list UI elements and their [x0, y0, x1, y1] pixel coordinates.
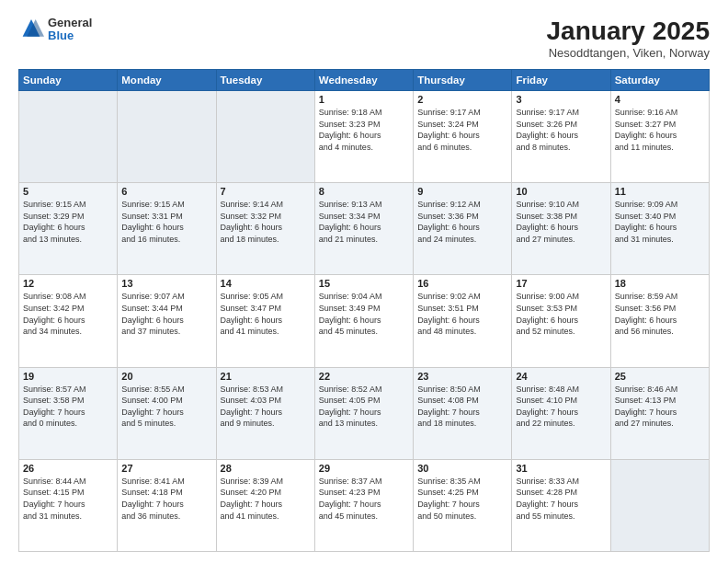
table-row: 30Sunrise: 8:35 AM Sunset: 4:25 PM Dayli… — [414, 459, 512, 551]
day-info: Sunrise: 8:55 AM Sunset: 4:00 PM Dayligh… — [121, 384, 211, 430]
logo-blue: Blue — [48, 29, 92, 42]
title-block: January 2025 Nesoddtangen, Viken, Norway — [547, 17, 710, 60]
logo: General Blue — [18, 17, 92, 43]
day-number: 21 — [221, 371, 311, 382]
table-row: 5Sunrise: 9:15 AM Sunset: 3:29 PM Daylig… — [19, 183, 118, 275]
header: General Blue January 2025 Nesoddtangen, … — [18, 17, 710, 60]
day-info: Sunrise: 9:15 AM Sunset: 3:31 PM Dayligh… — [121, 199, 211, 245]
table-row: 9Sunrise: 9:12 AM Sunset: 3:36 PM Daylig… — [414, 183, 512, 275]
day-info: Sunrise: 9:00 AM Sunset: 3:53 PM Dayligh… — [516, 291, 606, 337]
col-saturday: Saturday — [610, 70, 709, 91]
day-info: Sunrise: 8:59 AM Sunset: 3:56 PM Dayligh… — [615, 291, 705, 337]
table-row — [19, 91, 118, 183]
calendar-week-row: 12Sunrise: 9:08 AM Sunset: 3:42 PM Dayli… — [19, 275, 710, 367]
day-number: 25 — [615, 371, 705, 382]
day-number: 19 — [23, 371, 113, 382]
calendar-subtitle: Nesoddtangen, Viken, Norway — [547, 46, 710, 60]
day-info: Sunrise: 8:41 AM Sunset: 4:18 PM Dayligh… — [121, 476, 211, 522]
day-info: Sunrise: 9:17 AM Sunset: 3:24 PM Dayligh… — [417, 107, 507, 153]
day-info: Sunrise: 9:09 AM Sunset: 3:40 PM Dayligh… — [615, 199, 705, 245]
day-info: Sunrise: 8:35 AM Sunset: 4:25 PM Dayligh… — [417, 476, 507, 522]
calendar-table: Sunday Monday Tuesday Wednesday Thursday… — [18, 69, 710, 552]
col-tuesday: Tuesday — [216, 70, 314, 91]
day-number: 9 — [417, 186, 507, 197]
day-info: Sunrise: 9:16 AM Sunset: 3:27 PM Dayligh… — [615, 107, 705, 153]
day-number: 5 — [23, 186, 113, 197]
table-row: 20Sunrise: 8:55 AM Sunset: 4:00 PM Dayli… — [118, 367, 216, 459]
day-number: 12 — [23, 278, 113, 289]
table-row: 17Sunrise: 9:00 AM Sunset: 3:53 PM Dayli… — [512, 275, 610, 367]
day-number: 4 — [615, 94, 705, 105]
day-info: Sunrise: 8:39 AM Sunset: 4:20 PM Dayligh… — [221, 476, 311, 522]
day-info: Sunrise: 8:48 AM Sunset: 4:10 PM Dayligh… — [516, 384, 606, 430]
day-number: 31 — [516, 463, 606, 474]
logo-general: General — [48, 17, 92, 29]
table-row: 26Sunrise: 8:44 AM Sunset: 4:15 PM Dayli… — [19, 459, 118, 551]
day-info: Sunrise: 8:53 AM Sunset: 4:03 PM Dayligh… — [221, 384, 311, 430]
day-number: 23 — [417, 371, 507, 382]
day-number: 26 — [23, 463, 113, 474]
day-info: Sunrise: 9:02 AM Sunset: 3:51 PM Dayligh… — [417, 291, 507, 337]
table-row: 18Sunrise: 8:59 AM Sunset: 3:56 PM Dayli… — [610, 275, 709, 367]
day-info: Sunrise: 8:50 AM Sunset: 4:08 PM Dayligh… — [417, 384, 507, 430]
day-info: Sunrise: 8:57 AM Sunset: 3:58 PM Dayligh… — [23, 384, 113, 430]
day-info: Sunrise: 9:15 AM Sunset: 3:29 PM Dayligh… — [23, 199, 113, 245]
col-monday: Monday — [118, 70, 216, 91]
table-row: 7Sunrise: 9:14 AM Sunset: 3:32 PM Daylig… — [216, 183, 314, 275]
table-row: 8Sunrise: 9:13 AM Sunset: 3:34 PM Daylig… — [314, 183, 413, 275]
col-friday: Friday — [512, 70, 610, 91]
day-number: 16 — [417, 278, 507, 289]
table-row: 6Sunrise: 9:15 AM Sunset: 3:31 PM Daylig… — [118, 183, 216, 275]
day-info: Sunrise: 9:07 AM Sunset: 3:44 PM Dayligh… — [121, 291, 211, 337]
table-row: 4Sunrise: 9:16 AM Sunset: 3:27 PM Daylig… — [610, 91, 709, 183]
day-number: 13 — [121, 278, 211, 289]
day-number: 18 — [615, 278, 705, 289]
day-number: 20 — [121, 371, 211, 382]
day-number: 14 — [221, 278, 311, 289]
day-number: 3 — [516, 94, 606, 105]
table-row: 19Sunrise: 8:57 AM Sunset: 3:58 PM Dayli… — [19, 367, 118, 459]
table-row: 13Sunrise: 9:07 AM Sunset: 3:44 PM Dayli… — [118, 275, 216, 367]
day-info: Sunrise: 9:04 AM Sunset: 3:49 PM Dayligh… — [319, 291, 409, 337]
day-info: Sunrise: 8:37 AM Sunset: 4:23 PM Dayligh… — [319, 476, 409, 522]
table-row: 3Sunrise: 9:17 AM Sunset: 3:26 PM Daylig… — [512, 91, 610, 183]
day-number: 15 — [319, 278, 409, 289]
day-number: 2 — [417, 94, 507, 105]
day-number: 30 — [417, 463, 507, 474]
calendar-title: January 2025 — [547, 17, 710, 46]
table-row: 22Sunrise: 8:52 AM Sunset: 4:05 PM Dayli… — [314, 367, 413, 459]
calendar-week-row: 5Sunrise: 9:15 AM Sunset: 3:29 PM Daylig… — [19, 183, 710, 275]
day-number: 22 — [319, 371, 409, 382]
day-info: Sunrise: 8:52 AM Sunset: 4:05 PM Dayligh… — [319, 384, 409, 430]
table-row — [216, 91, 314, 183]
day-number: 27 — [121, 463, 211, 474]
table-row: 2Sunrise: 9:17 AM Sunset: 3:24 PM Daylig… — [414, 91, 512, 183]
table-row: 24Sunrise: 8:48 AM Sunset: 4:10 PM Dayli… — [512, 367, 610, 459]
table-row: 14Sunrise: 9:05 AM Sunset: 3:47 PM Dayli… — [216, 275, 314, 367]
table-row: 28Sunrise: 8:39 AM Sunset: 4:20 PM Dayli… — [216, 459, 314, 551]
day-info: Sunrise: 9:13 AM Sunset: 3:34 PM Dayligh… — [319, 199, 409, 245]
col-sunday: Sunday — [19, 70, 118, 91]
table-row: 29Sunrise: 8:37 AM Sunset: 4:23 PM Dayli… — [314, 459, 413, 551]
table-row: 15Sunrise: 9:04 AM Sunset: 3:49 PM Dayli… — [314, 275, 413, 367]
table-row: 23Sunrise: 8:50 AM Sunset: 4:08 PM Dayli… — [414, 367, 512, 459]
day-number: 8 — [319, 186, 409, 197]
day-info: Sunrise: 9:17 AM Sunset: 3:26 PM Dayligh… — [516, 107, 606, 153]
calendar-week-row: 26Sunrise: 8:44 AM Sunset: 4:15 PM Dayli… — [19, 459, 710, 551]
table-row — [610, 459, 709, 551]
day-info: Sunrise: 9:05 AM Sunset: 3:47 PM Dayligh… — [221, 291, 311, 337]
day-info: Sunrise: 8:46 AM Sunset: 4:13 PM Dayligh… — [615, 384, 705, 430]
calendar-header-row: Sunday Monday Tuesday Wednesday Thursday… — [19, 70, 710, 91]
page: General Blue January 2025 Nesoddtangen, … — [0, 0, 728, 563]
table-row: 10Sunrise: 9:10 AM Sunset: 3:38 PM Dayli… — [512, 183, 610, 275]
day-number: 29 — [319, 463, 409, 474]
day-number: 28 — [221, 463, 311, 474]
day-number: 11 — [615, 186, 705, 197]
col-thursday: Thursday — [414, 70, 512, 91]
table-row — [118, 91, 216, 183]
calendar-week-row: 1Sunrise: 9:18 AM Sunset: 3:23 PM Daylig… — [19, 91, 710, 183]
day-number: 7 — [221, 186, 311, 197]
logo-text: General Blue — [48, 17, 92, 43]
table-row: 16Sunrise: 9:02 AM Sunset: 3:51 PM Dayli… — [414, 275, 512, 367]
day-number: 24 — [516, 371, 606, 382]
